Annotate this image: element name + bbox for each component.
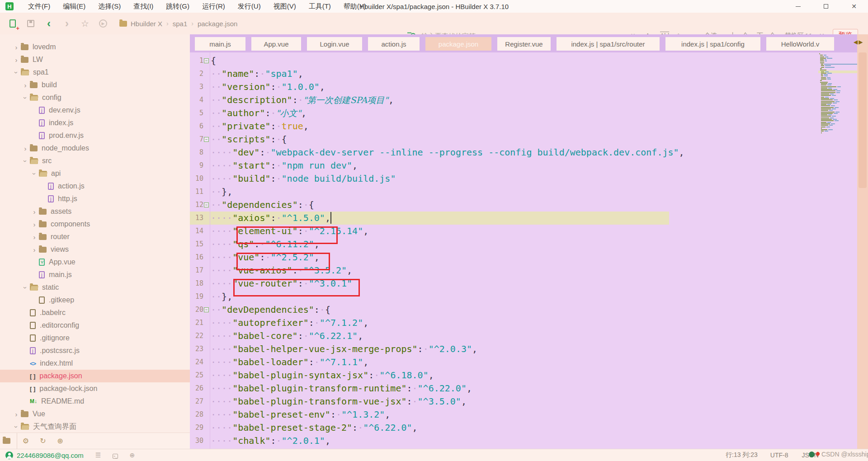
outline-list-icon[interactable]: ☰: [95, 452, 101, 459]
tab-index.js-spa1-src-router[interactable]: index.js | spa1/src/router: [557, 37, 660, 51]
menu-item[interactable]: 帮助(Y): [337, 0, 373, 13]
save-button[interactable]: [25, 18, 36, 29]
breadcrumb-folder[interactable]: spa1: [173, 20, 188, 28]
code-line-30[interactable]: 30····"chalk":·"^2.0.1",: [190, 434, 857, 447]
menu-item[interactable]: 工具(T): [302, 0, 337, 13]
chevron-down-icon[interactable]: ›: [31, 169, 38, 178]
menu-item[interactable]: 视图(V): [267, 0, 302, 13]
chevron-right-icon[interactable]: ›: [12, 410, 21, 418]
tree-item-README.md[interactable]: M↓README.md: [0, 395, 190, 408]
fold-toggle-icon[interactable]: −: [204, 202, 209, 207]
tree-item-views[interactable]: ›views: [0, 243, 190, 256]
chevron-down-icon[interactable]: ›: [22, 283, 29, 292]
tab-App.vue[interactable]: App.vue: [251, 37, 301, 51]
code-line-21[interactable]: 21····"autoprefixer":·"^7.1.2",: [190, 316, 857, 329]
menu-item[interactable]: 查找(I): [127, 0, 160, 13]
new-file-button[interactable]: +: [7, 18, 18, 29]
code-line-25[interactable]: 25····"babel-plugin-syntax-jsx":·"^6.18.…: [190, 369, 857, 382]
sync-icon[interactable]: ↻: [34, 433, 52, 449]
tree-item-.editorconfig[interactable]: .editorconfig: [0, 319, 190, 332]
tab-scroll-arrows[interactable]: ◀▶: [854, 39, 863, 45]
code-line-20[interactable]: 20−··"devDependencies":·{: [190, 303, 857, 316]
tree-item-package.json[interactable]: [ ]package.json: [0, 370, 190, 382]
chevron-right-icon[interactable]: ›: [30, 246, 39, 254]
code-line-1[interactable]: 1−{: [190, 54, 857, 67]
tree-item-index.html[interactable]: <>index.html: [0, 357, 190, 370]
menu-item[interactable]: 跳转(G): [160, 0, 196, 13]
tree-item-assets[interactable]: ›assets: [0, 205, 190, 218]
tree-item-.postcssrc.js[interactable]: .postcssrc.js: [0, 344, 190, 357]
code-line-29[interactable]: 29····"babel-preset-stage-2":·"^6.22.0",: [190, 421, 857, 434]
tab-package.json[interactable]: package.json: [425, 37, 491, 51]
tree-item-spa1[interactable]: ›spa1: [0, 66, 190, 79]
tree-item-App.vue[interactable]: App.vue: [0, 256, 190, 268]
menu-item[interactable]: 运行(R): [196, 0, 231, 13]
terminal-icon[interactable]: >_: [113, 452, 118, 459]
menu-item[interactable]: 编辑(E): [57, 0, 92, 13]
account-icon[interactable]: [5, 452, 13, 459]
tree-item-http.js[interactable]: http.js: [0, 193, 190, 205]
code-line-26[interactable]: 26····"babel-plugin-transform-runtime":·…: [190, 382, 857, 395]
code-line-13[interactable]: 13····"axios":·"^1.5.0",: [190, 212, 857, 225]
maximize-button[interactable]: [812, 0, 840, 13]
tab-index.js-spa1-config[interactable]: index.js | spa1/config: [665, 37, 760, 51]
code-line-11[interactable]: 11··},: [190, 185, 857, 198]
close-button[interactable]: ✕: [840, 0, 868, 13]
breadcrumb-file[interactable]: package.json: [198, 20, 237, 28]
chevron-right-icon[interactable]: ›: [30, 208, 39, 216]
fold-toggle-icon[interactable]: −: [204, 137, 209, 142]
breadcrumb-project[interactable]: Hbuilder X: [131, 20, 162, 28]
chevron-right-icon[interactable]: ›: [21, 145, 30, 152]
code-line-9[interactable]: 9····"start":·"npm run dev",: [190, 159, 857, 172]
tab-HelloWorld.v[interactable]: HelloWorld.v: [766, 37, 834, 51]
tree-item-src[interactable]: ›src: [0, 155, 190, 167]
tree-item-router[interactable]: ›router: [0, 230, 190, 243]
tree-item-package-lock.json[interactable]: [ ]package-lock.json: [0, 382, 190, 395]
code-line-5[interactable]: 5··"author":·"小文",: [190, 107, 857, 120]
tree-item-node-modules[interactable]: ›node_modules: [0, 142, 190, 155]
tree-item-components[interactable]: ›components: [0, 218, 190, 230]
code-line-8[interactable]: 8····"dev":·"webpack-dev-server --inline…: [190, 146, 857, 159]
tab-Login.vue[interactable]: Login.vue: [307, 37, 362, 51]
chevron-right-icon[interactable]: ›: [12, 56, 21, 64]
web-icon[interactable]: ⊕: [52, 433, 69, 449]
tree-item-.babelrc[interactable]: .babelrc: [0, 306, 190, 319]
tree-item-Vue[interactable]: ›Vue: [0, 408, 190, 420]
fold-toggle-icon[interactable]: −: [204, 307, 209, 312]
encoding-indicator[interactable]: UTF-8: [770, 452, 788, 459]
vertical-scrollbar[interactable]: [857, 34, 868, 449]
tree-item-.gitkeep[interactable]: .gitkeep: [0, 294, 190, 306]
code-area[interactable]: 1−{2··"name":·"spa1",3··"version":·"1.0.…: [190, 52, 857, 449]
chevron-down-icon[interactable]: ›: [13, 422, 20, 431]
bookmark-star-icon[interactable]: ☆: [80, 18, 90, 29]
minimap[interactable]: [819, 53, 857, 134]
code-line-3[interactable]: 3··"version":·"1.0.0",: [190, 80, 857, 94]
tree-item-LW[interactable]: ›LW: [0, 53, 190, 66]
forward-button[interactable]: ›: [61, 18, 72, 29]
tree-item-config[interactable]: ›config: [0, 91, 190, 104]
menu-item[interactable]: 选择(S): [92, 0, 127, 13]
tree-item-build[interactable]: ›build: [0, 79, 190, 91]
chevron-right-icon[interactable]: ›: [21, 81, 30, 89]
code-line-10[interactable]: 10····"build":·"node build/build.js": [190, 172, 857, 185]
code-line-4[interactable]: 4··"description":·"第一次创建SPA项目",: [190, 94, 857, 107]
chevron-down-icon[interactable]: ›: [22, 93, 29, 102]
cursor-position[interactable]: 行:13 列:23: [726, 451, 758, 459]
back-button[interactable]: ‹: [43, 18, 54, 29]
run-button[interactable]: ▶: [98, 18, 108, 29]
tab-main.js[interactable]: main.js: [195, 37, 245, 51]
browser-globe-icon[interactable]: ⊕: [130, 452, 135, 459]
debug-icon[interactable]: ⚙: [17, 433, 34, 449]
chevron-right-icon[interactable]: ›: [30, 233, 39, 241]
minimize-button[interactable]: [784, 0, 812, 13]
tree-item-.gitignore[interactable]: .gitignore: [0, 332, 190, 344]
code-line-27[interactable]: 27····"babel-plugin-transform-vue-jsx":·…: [190, 395, 857, 408]
tree-item-dev.env.js[interactable]: dev.env.js: [0, 104, 190, 117]
scrollbar-thumb[interactable]: [859, 52, 867, 188]
code-line-6[interactable]: 6··"private":·true,: [190, 120, 857, 133]
chevron-down-icon[interactable]: ›: [22, 156, 29, 165]
code-line-28[interactable]: 28····"babel-preset-env":·"^1.3.2",: [190, 408, 857, 421]
chevron-down-icon[interactable]: ›: [13, 68, 20, 77]
code-line-24[interactable]: 24····"babel-loader":·"^7.1.1",: [190, 356, 857, 369]
tree-item-main.js[interactable]: main.js: [0, 268, 190, 281]
